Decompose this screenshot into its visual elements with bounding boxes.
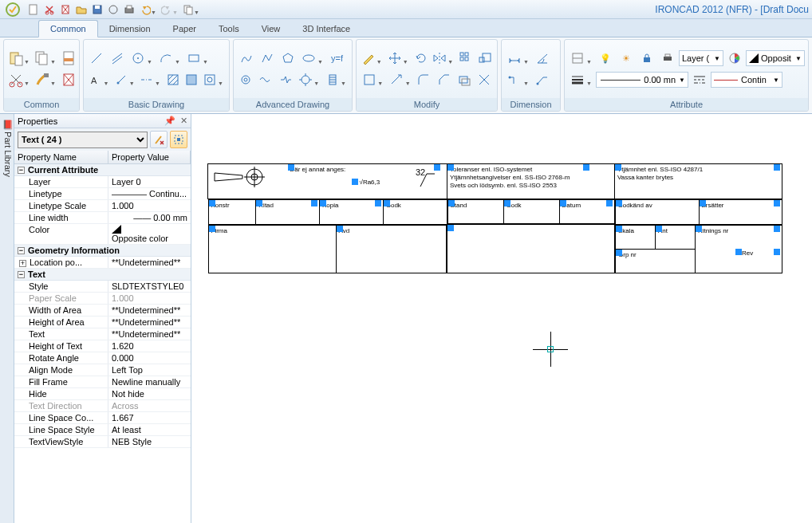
prop-linetype[interactable]: Linetype———— Continu... <box>14 188 191 200</box>
section-text[interactable]: −Text <box>14 269 191 281</box>
prop-text-view-style[interactable]: TextViewStyleNEB Style <box>14 436 191 448</box>
gear-adv-icon[interactable] <box>296 70 314 89</box>
prop-rotate-angle[interactable]: Rotate Angle0.000 <box>14 352 191 364</box>
hatch-icon[interactable] <box>164 70 181 89</box>
lock-icon[interactable] <box>637 49 656 68</box>
close-icon[interactable]: ✕ <box>180 116 187 126</box>
prop-location[interactable]: +Location po...**Undetermined** <box>14 257 191 269</box>
sun-icon[interactable]: ☀ <box>617 49 636 68</box>
explode-icon[interactable] <box>475 70 494 89</box>
centerline-icon[interactable] <box>139 70 156 89</box>
select-all-icon[interactable] <box>170 131 187 148</box>
text-icon[interactable]: A <box>87 70 104 89</box>
continue-combo[interactable]: Contin▼ <box>711 72 782 88</box>
prop-line-space-style[interactable]: Line Space StyleAt least <box>14 424 191 436</box>
opposite-combo[interactable]: Opposit▼ <box>746 50 805 66</box>
prop-line-space-coef[interactable]: Line Space Co...1.667 <box>14 412 191 424</box>
parallel-icon[interactable] <box>108 49 127 68</box>
prop-text[interactable]: Text**Undetermined** <box>14 328 191 340</box>
copy-tool-icon[interactable] <box>34 49 51 68</box>
tab-3d-interface[interactable]: 3D Interface <box>291 21 361 37</box>
spline-icon[interactable] <box>237 49 256 68</box>
printer-icon[interactable] <box>658 49 677 68</box>
fill-icon[interactable] <box>183 70 199 89</box>
section-current-attribute[interactable]: −Current Attribute <box>14 164 191 176</box>
polygon-icon[interactable] <box>278 49 298 68</box>
edit-icon[interactable] <box>360 49 377 68</box>
dim-radial-icon[interactable] <box>505 70 524 89</box>
clear-selection-icon[interactable] <box>150 131 168 148</box>
open-icon[interactable] <box>74 2 89 17</box>
print-icon[interactable] <box>122 2 136 17</box>
break-icon[interactable] <box>277 70 295 89</box>
prop-fill-frame[interactable]: Fill FrameNewline manually <box>14 376 191 388</box>
selection-combo[interactable]: Text ( 24 ) <box>18 132 148 148</box>
chamfer-icon[interactable] <box>435 70 453 89</box>
save-icon[interactable] <box>90 2 104 17</box>
thread-icon[interactable] <box>323 70 341 89</box>
copy-dropdown-icon[interactable]: ▼ <box>194 10 199 15</box>
circle-icon[interactable] <box>106 2 120 17</box>
width-combo[interactable]: 0.00 mn▼ <box>596 72 688 88</box>
arc-icon[interactable] <box>156 49 175 68</box>
trim-icon[interactable] <box>360 70 378 89</box>
rotate-icon[interactable] <box>412 49 430 68</box>
ellipse-icon[interactable] <box>299 49 318 68</box>
scale-icon[interactable] <box>476 49 494 68</box>
hole-icon[interactable] <box>237 70 255 89</box>
app-logo[interactable] <box>3 2 22 18</box>
property-grid[interactable]: −Current Attribute LayerLayer 0 Linetype… <box>14 164 191 523</box>
block-icon[interactable] <box>202 70 219 89</box>
mirror-icon[interactable] <box>431 49 448 68</box>
cut-tool-icon[interactable] <box>7 70 25 89</box>
paste-icon[interactable] <box>7 49 25 68</box>
prop-align-mode[interactable]: Align ModeLeft Top <box>14 364 191 376</box>
prop-width-area[interactable]: Width of Area**Undetermined** <box>14 305 191 317</box>
pin-icon[interactable]: 📌 <box>164 116 175 126</box>
dim-leader-icon[interactable] <box>533 70 552 89</box>
color-wheel-icon[interactable] <box>725 49 744 68</box>
offset-icon[interactable] <box>455 70 473 89</box>
point-icon[interactable] <box>112 70 129 89</box>
prop-style[interactable]: StyleSLDTEXTSTYLE0 <box>14 281 191 293</box>
section-geometry[interactable]: −Geometry Information <box>14 245 191 257</box>
delete-tool-icon[interactable] <box>60 70 77 89</box>
dim-linear-icon[interactable] <box>505 49 524 68</box>
linetype-icon[interactable] <box>690 70 709 89</box>
prop-height-area[interactable]: Height of Area**Undetermined** <box>14 317 191 328</box>
tab-dimension[interactable]: Dimension <box>98 21 162 37</box>
line-icon[interactable] <box>87 49 106 68</box>
dim-angular-icon[interactable] <box>533 49 552 68</box>
prop-line-width[interactable]: Line width—— 0.00 mm <box>14 212 191 224</box>
prop-color[interactable]: ColorOpposite color <box>14 224 191 245</box>
tab-paper[interactable]: Paper <box>162 21 207 37</box>
layer-combo[interactable]: Layer (▼ <box>679 50 723 66</box>
bulb-icon[interactable]: 💡 <box>596 49 615 68</box>
prop-linetype-scale[interactable]: Linetype Scale1.000 <box>14 200 191 212</box>
brush-icon[interactable] <box>34 70 51 89</box>
formula-icon[interactable]: y=f <box>327 49 346 68</box>
prop-hide[interactable]: HideNot hide <box>14 388 191 400</box>
prop-layer[interactable]: LayerLayer 0 <box>14 176 191 188</box>
circle-tool-icon[interactable] <box>128 49 148 68</box>
attr-tool1-icon[interactable] <box>568 49 587 68</box>
delete-icon[interactable] <box>58 2 73 17</box>
move-icon[interactable] <box>386 49 404 68</box>
tab-tools[interactable]: Tools <box>207 21 250 37</box>
fillet-icon[interactable] <box>415 70 433 89</box>
prop-height-text[interactable]: Height of Text1.620 <box>14 340 191 352</box>
polyline-icon[interactable] <box>258 49 277 68</box>
wave-icon[interactable] <box>257 70 275 89</box>
cut-icon[interactable] <box>42 2 57 17</box>
tab-common[interactable]: Common <box>38 20 98 37</box>
new-icon[interactable] <box>26 2 41 17</box>
doc-icon[interactable] <box>60 49 77 68</box>
drawing-canvas[interactable]: Där ej annat anges:√Ra6,332 Toleranser e… <box>191 114 812 523</box>
tab-view[interactable]: View <box>250 21 292 37</box>
side-tab-part-library[interactable]: 📕 Part Library <box>0 114 14 523</box>
rect-icon[interactable] <box>184 49 203 68</box>
undo-dropdown-icon[interactable]: ▼ <box>151 10 156 15</box>
extend-icon[interactable] <box>387 70 405 89</box>
redo-dropdown-icon[interactable]: ▼ <box>172 10 178 15</box>
array-icon[interactable] <box>457 49 475 68</box>
